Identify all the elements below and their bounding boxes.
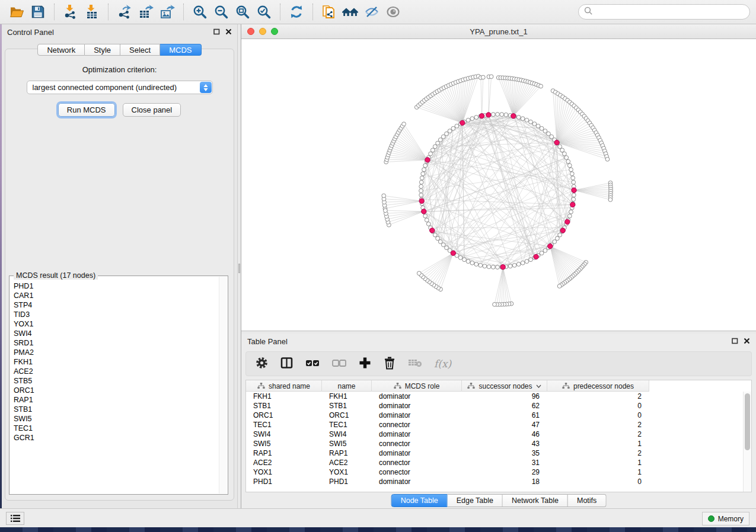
export-network-icon[interactable] xyxy=(114,2,135,22)
mcds-result-item[interactable]: TEC1 xyxy=(14,424,228,433)
table-toolbar: f(x) xyxy=(245,351,752,376)
network-view-titlebar[interactable]: YPA_prune.txt_1 xyxy=(241,24,756,39)
node-table-header: shared namenameMCDS rolesuccessor nodesp… xyxy=(246,380,751,392)
cell-predecessor-nodes: 2 xyxy=(547,392,649,400)
show-graphics-details-icon[interactable] xyxy=(382,2,404,22)
mcds-result-item[interactable]: CAR1 xyxy=(14,291,228,300)
mcds-result-item[interactable]: STB5 xyxy=(14,376,228,386)
float-table-panel-icon[interactable] xyxy=(732,337,738,346)
table-scrollbar[interactable] xyxy=(743,392,751,492)
refresh-icon[interactable] xyxy=(286,2,307,22)
cell-mcds-role: connector xyxy=(372,459,462,467)
sort-arrow-icon xyxy=(536,384,541,388)
cell-name: YOX1 xyxy=(322,468,372,476)
close-table-panel-icon[interactable] xyxy=(744,337,750,346)
show-columns-icon[interactable] xyxy=(280,356,294,372)
mcds-result-item[interactable]: SWI4 xyxy=(14,329,228,338)
memory-button[interactable]: Memory xyxy=(702,512,749,525)
mcds-result-item[interactable]: ORC1 xyxy=(14,386,228,395)
column-header-mcds-role[interactable]: MCDS role xyxy=(372,380,462,392)
mcds-result-item[interactable]: SWI5 xyxy=(14,414,228,424)
close-panel-button[interactable]: Close panel xyxy=(123,103,181,117)
tab-select[interactable]: Select xyxy=(120,44,160,56)
mcds-result-item[interactable]: RAP1 xyxy=(14,395,228,405)
close-panel-icon[interactable] xyxy=(225,28,232,37)
open-folder-icon[interactable] xyxy=(6,2,27,22)
tab-network[interactable]: Network xyxy=(37,44,85,56)
table-row[interactable]: PHD1PHD1dominator180 xyxy=(246,477,743,486)
main-toolbar xyxy=(0,0,756,24)
run-mcds-button[interactable]: Run MCDS xyxy=(58,103,115,117)
mcds-result-item[interactable]: STB1 xyxy=(14,405,228,414)
table-panel: Table Panel f(x) shared namenameMCDS rol… xyxy=(241,334,756,508)
table-row[interactable]: ACE2ACE2connector311 xyxy=(246,458,743,467)
column-header-successor-nodes[interactable]: successor nodes xyxy=(462,380,547,392)
tab-style[interactable]: Style xyxy=(85,44,120,56)
cell-name: TEC1 xyxy=(322,421,372,429)
table-row[interactable]: RAP1RAP1dominator352 xyxy=(246,448,743,458)
tab-network-table[interactable]: Network Table xyxy=(503,494,568,507)
mcds-result-list[interactable]: PHD1CAR1STP4TID3YOX1SWI4SRD1PMA2FKH1ACE2… xyxy=(9,276,228,443)
column-header-label: name xyxy=(337,382,355,390)
memory-label: Memory xyxy=(718,515,744,523)
cell-shared-name: STB1 xyxy=(246,402,322,410)
column-header-predecessor-nodes[interactable]: predecessor nodes xyxy=(547,380,649,392)
table-row[interactable]: YOX1YOX1connector291 xyxy=(246,467,743,477)
table-scrollbar-thumb[interactable] xyxy=(745,393,750,450)
home-networks-icon[interactable] xyxy=(340,2,361,22)
table-row[interactable]: FKH1FKH1dominator962 xyxy=(246,392,743,401)
select-all-icon[interactable] xyxy=(305,356,320,372)
table-row[interactable]: SWI4SWI4dominator462 xyxy=(246,430,743,439)
global-search[interactable] xyxy=(578,4,750,20)
task-history-button[interactable] xyxy=(6,512,24,525)
table-row[interactable]: STB1STB1dominator620 xyxy=(246,401,743,411)
mcds-result-item[interactable]: FKH1 xyxy=(14,357,228,367)
zoom-out-icon[interactable] xyxy=(210,2,232,22)
toolbar-separator xyxy=(183,4,184,20)
tab-node-table[interactable]: Node Table xyxy=(391,494,448,507)
network-canvas[interactable] xyxy=(241,39,756,331)
cell-mcds-role: dominator xyxy=(372,402,462,410)
tab-mcds[interactable]: MCDS xyxy=(160,44,201,56)
save-icon[interactable] xyxy=(27,2,49,22)
mcds-result-item[interactable]: YOX1 xyxy=(14,319,228,329)
table-row[interactable]: TEC1TEC1connector472 xyxy=(246,420,743,430)
hide-graphics-details-icon[interactable] xyxy=(361,2,382,22)
mcds-result-item[interactable]: TID3 xyxy=(14,310,228,319)
float-panel-icon[interactable] xyxy=(213,28,220,37)
zoom-fit-icon[interactable] xyxy=(232,2,253,22)
delete-table-icon xyxy=(407,356,423,371)
mcds-result-item[interactable]: ACE2 xyxy=(14,367,228,376)
mcds-result-scrollbar[interactable] xyxy=(219,277,227,493)
node-table-body: FKH1FKH1dominator962STB1STB1dominator620… xyxy=(246,392,743,492)
table-row[interactable]: ORC1ORC1dominator610 xyxy=(246,411,743,420)
import-network-icon[interactable] xyxy=(60,2,81,22)
mcds-result-item[interactable]: STP4 xyxy=(14,300,228,310)
tab-edge-table[interactable]: Edge Table xyxy=(448,494,503,507)
table-row[interactable]: SWI5SWI5connector431 xyxy=(246,439,743,448)
criterion-dropdown[interactable]: largest connected component (undirected) xyxy=(27,81,213,94)
delete-column-trash-icon[interactable] xyxy=(383,356,396,372)
deselect-all-icon[interactable] xyxy=(331,356,347,372)
export-image-icon[interactable] xyxy=(157,2,178,22)
zoom-in-icon[interactable] xyxy=(189,2,210,22)
mcds-result-item[interactable]: SRD1 xyxy=(14,338,228,348)
zoom-selected-icon[interactable] xyxy=(253,2,275,22)
import-table-icon[interactable] xyxy=(81,2,103,22)
table-panel-title: Table Panel xyxy=(247,337,288,346)
mcds-result-item[interactable]: PMA2 xyxy=(14,348,228,357)
share-document-icon[interactable] xyxy=(318,2,340,22)
export-table-icon[interactable] xyxy=(135,2,157,22)
tab-motifs[interactable]: Motifs xyxy=(568,494,606,507)
column-header-shared-name[interactable]: shared name xyxy=(246,380,322,392)
column-header-name[interactable]: name xyxy=(322,380,372,392)
vertical-splitter[interactable] xyxy=(237,24,241,508)
network-graph[interactable] xyxy=(241,39,756,331)
table-settings-gear-icon[interactable] xyxy=(255,356,269,372)
mcds-result-item[interactable]: GCR1 xyxy=(14,433,228,443)
splitter-grip[interactable] xyxy=(238,264,240,273)
search-input[interactable] xyxy=(596,8,744,17)
add-column-icon[interactable] xyxy=(358,356,372,372)
mcds-result-item[interactable]: PHD1 xyxy=(14,281,228,291)
cell-name: SWI4 xyxy=(322,430,372,438)
